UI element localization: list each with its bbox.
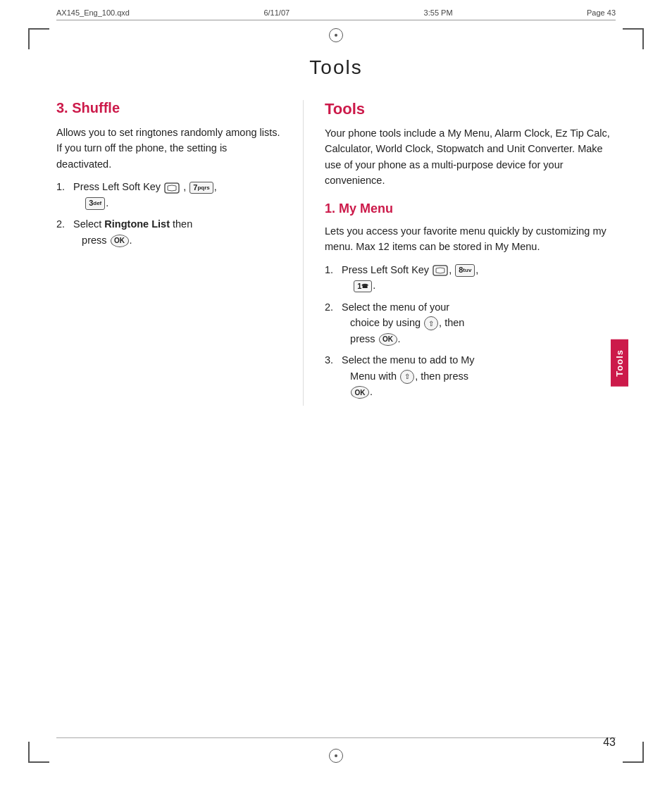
key-7pqrs: 7pqrs [189,182,213,194]
corner-mark-br [623,742,644,763]
shuffle-description: Allows you to set ringtones randomly amo… [56,125,282,172]
nav-icon-2: ⇧ [400,370,414,384]
shuffle-heading: 3. Shuffle [56,100,282,116]
meta-date: 6/11/07 [263,8,290,17]
ok-icon-1: OK [111,235,129,247]
side-tab: Tools [611,340,628,387]
tools-heading: Tools [325,100,616,118]
left-step-1: 1. Press Left Soft Key , 7pqrs, 3def. [56,179,282,211]
svg-rect-1 [433,266,447,275]
right-step-2-content: Select the menu of your choice by using … [342,299,616,347]
soft-key-svg-1 [164,182,180,194]
ok-icon-3: OK [351,386,369,399]
corner-mark-tl [28,28,49,49]
my-menu-heading: 1. My Menu [325,201,616,216]
meta-time: 3:55 PM [424,8,453,17]
bottom-line [56,737,616,738]
left-column: 3. Shuffle Allows you to set ringtones r… [56,100,282,406]
filename-date: AX145_Eng_100.qxd [56,8,130,17]
right-column: Tools Tools Your phone tools include a M… [325,100,616,406]
meta-page: Page 43 [587,8,616,17]
right-step-2: 2. Select the menu of your choice by usi… [325,299,616,347]
left-step-2: 2. Select Ringtone List then press OK. [56,216,282,248]
soft-key-svg-2 [433,265,448,276]
right-step-1-content: Press Left Soft Key , 8tuv, 1☎. [342,262,616,294]
key-1: 1☎ [354,280,372,292]
my-menu-description: Lets you access your favorite menu quick… [325,223,616,255]
right-step-2-num: 2. [325,299,339,315]
step-2-num: 2. [56,216,70,232]
right-step-1-num: 1. [325,262,339,278]
right-step-1: 1. Press Left Soft Key , 8tuv, 1☎. [325,262,616,294]
nav-icon-1: ⇧ [424,316,438,330]
svg-rect-0 [165,183,179,193]
column-separator [303,100,304,406]
step-1-num: 1. [56,179,70,194]
corner-mark-tr [623,28,644,49]
page-number: 43 [603,736,616,749]
right-step-3: 3. Select the menu to add to My Menu wit… [325,352,616,399]
ringtone-list-label: Ringtone List [104,218,170,230]
right-step-3-num: 3. [325,352,339,368]
reg-circle-top [329,28,343,42]
tools-description: Your phone tools include a My Menu, Alar… [325,125,616,189]
reg-circle-bottom [329,749,343,763]
right-step-3-content: Select the menu to add to My Menu with ⇧… [342,352,616,399]
corner-mark-bl [28,742,49,763]
step-1-content: Press Left Soft Key , 7pqrs, 3def. [73,179,282,211]
key-3def: 3def [85,197,105,209]
content-area: 3. Shuffle Allows you to set ringtones r… [56,100,616,406]
page-meta: AX145_Eng_100.qxd 6/11/07 3:55 PM Page 4… [56,8,616,20]
ok-icon-2: OK [379,333,397,346]
step-2-content: Select Ringtone List then press OK. [73,216,282,248]
key-8tuv: 8tuv [455,264,475,276]
